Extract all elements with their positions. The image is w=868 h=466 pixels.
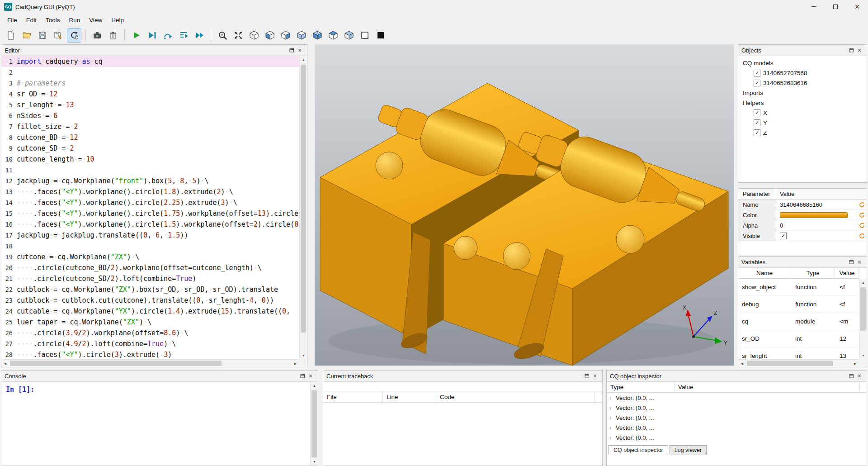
new-file-button[interactable] bbox=[4, 28, 18, 43]
scroll-up-icon[interactable]: ▲ bbox=[300, 56, 307, 64]
float-panel-icon[interactable] bbox=[288, 46, 296, 54]
menu-item-run[interactable]: Run bbox=[65, 15, 85, 25]
view-front-button[interactable] bbox=[263, 28, 277, 43]
save-button[interactable] bbox=[35, 28, 50, 43]
trash-button[interactable] bbox=[106, 28, 120, 43]
checkbox-checked[interactable]: ✓ bbox=[754, 109, 760, 116]
variables-column-header[interactable]: Value bbox=[835, 268, 859, 278]
float-panel-icon[interactable] bbox=[583, 372, 591, 380]
zoom-fit-button[interactable] bbox=[215, 28, 230, 43]
code-editor[interactable]: 1import·cadquery·as·cq23#·parameters4sr_… bbox=[1, 56, 299, 359]
inspector-row[interactable]: ›Vector: (0.0, ... bbox=[607, 433, 867, 442]
chevron-right-icon[interactable]: › bbox=[609, 434, 616, 441]
inspector-row[interactable]: ›Vector: (0.0, ... bbox=[607, 423, 867, 433]
float-panel-icon[interactable] bbox=[847, 46, 855, 54]
console-vertical-scrollbar[interactable]: ▲ ▼ bbox=[310, 382, 318, 466]
scrollbar-thumb[interactable] bbox=[301, 65, 306, 333]
shaded-button[interactable] bbox=[373, 28, 388, 43]
step-into-button[interactable] bbox=[176, 28, 191, 43]
menu-item-tools[interactable]: Tools bbox=[41, 15, 65, 25]
autoreload-button[interactable] bbox=[67, 28, 81, 43]
traceback-column-header[interactable]: Line bbox=[383, 391, 436, 402]
screenshot-button[interactable] bbox=[90, 28, 104, 43]
variable-row[interactable]: debugfunction<f bbox=[738, 296, 859, 313]
view-right-button[interactable] bbox=[310, 28, 325, 43]
scrollbar-thumb[interactable] bbox=[747, 361, 833, 366]
chevron-right-icon[interactable]: › bbox=[609, 395, 616, 401]
objects-tree-item[interactable]: ✓Y bbox=[738, 118, 867, 128]
chevron-right-icon[interactable]: › bbox=[609, 414, 616, 421]
objects-tree-item[interactable]: Imports bbox=[738, 88, 867, 98]
scrollbar-thumb[interactable] bbox=[10, 361, 222, 366]
inspector-row[interactable]: ›Vector: (0.0, ... bbox=[607, 413, 867, 423]
close-panel-icon[interactable]: × bbox=[855, 372, 863, 380]
wireframe-button[interactable] bbox=[358, 28, 372, 43]
scrollbar-thumb[interactable] bbox=[311, 390, 317, 457]
close-panel-icon[interactable]: × bbox=[855, 258, 863, 266]
step-button[interactable] bbox=[160, 28, 175, 43]
scroll-up-icon[interactable]: ▲ bbox=[311, 382, 318, 390]
objects-tree-item[interactable]: CQ models bbox=[738, 58, 867, 68]
variable-row[interactable]: sr_lenghtint13 bbox=[738, 347, 859, 359]
objects-tree-item[interactable]: ✓3140652707568 bbox=[738, 68, 867, 78]
variable-row[interactable]: show_objectfunction<f bbox=[738, 279, 859, 296]
close-panel-icon[interactable]: × bbox=[307, 372, 315, 380]
inspector-row[interactable]: ›Vector: (0.0, ... bbox=[607, 403, 867, 413]
traceback-column-header[interactable]: File bbox=[323, 391, 383, 402]
scroll-right-icon[interactable]: ▶ bbox=[851, 360, 859, 367]
view-back-button[interactable] bbox=[278, 28, 293, 43]
menu-item-view[interactable]: View bbox=[85, 15, 107, 25]
view-iso-button[interactable] bbox=[247, 28, 261, 43]
menu-item-edit[interactable]: Edit bbox=[22, 15, 41, 25]
reset-property-button[interactable] bbox=[857, 200, 867, 209]
value-column-header[interactable]: Value bbox=[776, 190, 867, 197]
reset-property-button[interactable] bbox=[857, 231, 867, 241]
3d-viewport[interactable]: X Z Y bbox=[315, 44, 734, 366]
inspector-column-header[interactable]: Value bbox=[675, 382, 860, 392]
close-panel-icon[interactable]: × bbox=[296, 46, 304, 54]
variables-vertical-scrollbar[interactable]: ▲ ▼ bbox=[859, 279, 867, 359]
scroll-left-icon[interactable]: ◀ bbox=[738, 360, 746, 367]
objects-tree-item[interactable]: ✓3140652683616 bbox=[738, 78, 867, 88]
scroll-down-icon[interactable]: ▼ bbox=[300, 352, 307, 359]
menu-item-help[interactable]: Help bbox=[107, 15, 128, 25]
close-button[interactable]: × bbox=[846, 0, 868, 14]
checkbox-checked[interactable]: ✓ bbox=[754, 129, 760, 136]
reset-property-button[interactable] bbox=[857, 210, 867, 220]
tab-cq-object-inspector[interactable]: CQ object inspector bbox=[609, 445, 668, 455]
color-swatch[interactable] bbox=[780, 212, 848, 218]
menu-item-file[interactable]: File bbox=[3, 15, 22, 25]
float-panel-icon[interactable] bbox=[847, 258, 855, 266]
objects-tree-item[interactable]: Helpers bbox=[738, 98, 867, 108]
scroll-up-icon[interactable]: ▲ bbox=[859, 279, 867, 286]
scroll-down-icon[interactable]: ▼ bbox=[859, 352, 867, 359]
maximize-button[interactable] bbox=[825, 0, 846, 14]
reset-property-button[interactable] bbox=[857, 220, 867, 230]
inspector-row[interactable]: ›Vector: (0.0, ... bbox=[607, 393, 867, 403]
variables-column-header[interactable]: Name bbox=[738, 268, 791, 278]
variable-row[interactable]: sr_ODint12 bbox=[738, 330, 859, 347]
close-panel-icon[interactable]: × bbox=[591, 372, 599, 380]
debug-button[interactable] bbox=[145, 28, 159, 43]
objects-tree-item[interactable]: ✓Z bbox=[738, 128, 867, 138]
objects-tree-item[interactable]: ✓X bbox=[738, 108, 867, 118]
variable-row[interactable]: cqmodule<m bbox=[738, 313, 859, 330]
checkbox-checked[interactable]: ✓ bbox=[754, 70, 760, 76]
inspector-column-header[interactable]: Type bbox=[607, 382, 675, 392]
tab-log-viewer[interactable]: Log viewer bbox=[670, 445, 707, 455]
close-panel-icon[interactable]: × bbox=[855, 46, 863, 54]
scroll-down-icon[interactable]: ▼ bbox=[311, 458, 318, 466]
parameter-column-header[interactable]: Parameter bbox=[738, 189, 776, 199]
float-panel-icon[interactable] bbox=[298, 372, 307, 380]
traceback-column-header[interactable]: Code bbox=[436, 391, 594, 402]
editor-vertical-scrollbar[interactable]: ▲ ▼ bbox=[299, 56, 307, 359]
scroll-left-icon[interactable]: ◀ bbox=[1, 360, 9, 367]
continue-button[interactable] bbox=[192, 28, 207, 43]
checkbox-checked[interactable]: ✓ bbox=[754, 119, 760, 126]
variables-horizontal-scrollbar[interactable]: ◀ ▶ bbox=[738, 359, 859, 367]
scroll-right-icon[interactable]: ▶ bbox=[292, 360, 299, 367]
open-file-button[interactable] bbox=[19, 28, 34, 43]
view-top-button[interactable] bbox=[326, 28, 340, 43]
checkbox-checked[interactable]: ✓ bbox=[754, 80, 760, 86]
run-button[interactable] bbox=[129, 28, 143, 43]
